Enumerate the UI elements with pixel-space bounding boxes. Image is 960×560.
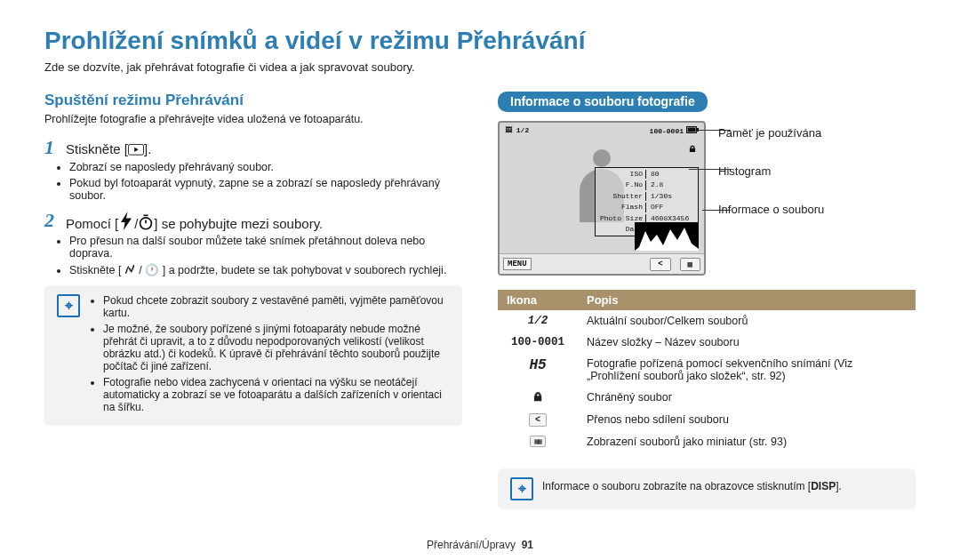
- row-desc: Aktuální soubor/Celkem souborů: [578, 310, 916, 332]
- note-item: Je možné, že soubory pořízené s jinými f…: [103, 323, 450, 372]
- menu-button: MENU: [503, 258, 532, 270]
- row-desc: Zobrazení souborů jako miniatur (str. 93…: [578, 431, 916, 452]
- step-1: 1 Stiskněte [].: [44, 138, 462, 157]
- row-desc: Chráněný soubor: [578, 387, 916, 409]
- page-subtitle: Zde se dozvíte, jak přehrávat fotografie…: [44, 60, 916, 74]
- footer: Přehrávání/Úpravy 91: [0, 539, 960, 551]
- callout-info: Informace o souboru: [718, 203, 824, 216]
- landscape-icon: 🖼: [505, 126, 512, 134]
- note-item: Fotografie nebo videa zachycená v orient…: [103, 376, 450, 413]
- svg-point-1: [140, 217, 152, 228]
- histogram: [635, 222, 699, 251]
- note-icon: ⌖: [510, 477, 533, 500]
- row-icon: 1/2: [498, 310, 578, 332]
- lock-icon: 🔒︎: [498, 387, 578, 409]
- step-text: Stiskněte [].: [66, 138, 151, 156]
- info-heading: Informace o souboru fotografie: [498, 92, 708, 112]
- note-item: Pokud chcete zobrazit soubory z vestavěn…: [103, 294, 450, 319]
- row-icon: H5: [498, 353, 578, 387]
- lock-icon: 🔒︎: [688, 144, 697, 155]
- timer-icon: [138, 216, 154, 228]
- thumbs-icon: ▦▦: [498, 431, 578, 452]
- disp-label: DISP: [811, 480, 836, 492]
- camera-lcd: 🖼 1/2 100-0001 🔒︎ ISO80 F.No2.8 Shutter1…: [498, 121, 706, 276]
- note-box: ⌖ Pokud chcete zobrazit soubory z vestav…: [44, 285, 462, 426]
- callout-histogram: Histogram: [718, 164, 824, 178]
- icon-table: Ikona Popis 1/2Aktuální soubor/Celkem so…: [498, 290, 916, 452]
- callout-memory: Paměť je používána: [718, 126, 824, 140]
- th-icon: Ikona: [498, 290, 578, 310]
- share-icon: <: [498, 409, 578, 431]
- folder-num: 100-0001: [650, 127, 684, 135]
- page-title: Prohlížení snímků a videí v režimu Přehr…: [44, 27, 916, 55]
- left-column: Spuštění režimu Přehrávání Prohlížejte f…: [44, 92, 462, 509]
- note-box-2: ⌖ Informace o souboru zobrazíte na obraz…: [498, 468, 916, 509]
- section-sub: Prohlížejte fotografie a přehrávejte vid…: [44, 113, 462, 125]
- row-desc: Fotografie pořízená pomocí sekvenčního s…: [578, 353, 916, 387]
- step-2: 2 Pomocí [/] se pohybujte mezi soubory.: [44, 211, 462, 231]
- flash-icon: [118, 214, 134, 227]
- right-column: Informace o souboru fotografie 🖼 1/2 100…: [498, 92, 916, 509]
- row-desc: Název složky – Název souboru: [578, 332, 916, 353]
- row-desc: Přenos nebo sdílení souboru: [578, 409, 916, 431]
- battery-icon: [686, 126, 699, 135]
- step-number: 2: [44, 211, 59, 230]
- counter: 1/2: [516, 126, 529, 134]
- row-icon: 100-0001: [498, 332, 578, 353]
- share-btn-icon: <: [650, 258, 670, 271]
- play-button-icon: [128, 144, 144, 156]
- step1-bullets: Zobrazí se naposledy přehrávaný soubor. …: [69, 161, 462, 202]
- th-desc: Popis: [578, 290, 916, 310]
- step-number: 1: [44, 138, 59, 157]
- step-text: Pomocí [/] se pohybujte mezi soubory.: [66, 211, 323, 231]
- thumbs-btn-icon: ▦: [680, 258, 700, 271]
- section-heading: Spuštění režimu Přehrávání: [44, 92, 462, 109]
- callouts: Paměť je používána Histogram Informace o…: [718, 121, 824, 216]
- note-icon: ⌖: [57, 294, 80, 317]
- step2-bullets: Pro přesun na další soubor můžete také s…: [69, 235, 462, 276]
